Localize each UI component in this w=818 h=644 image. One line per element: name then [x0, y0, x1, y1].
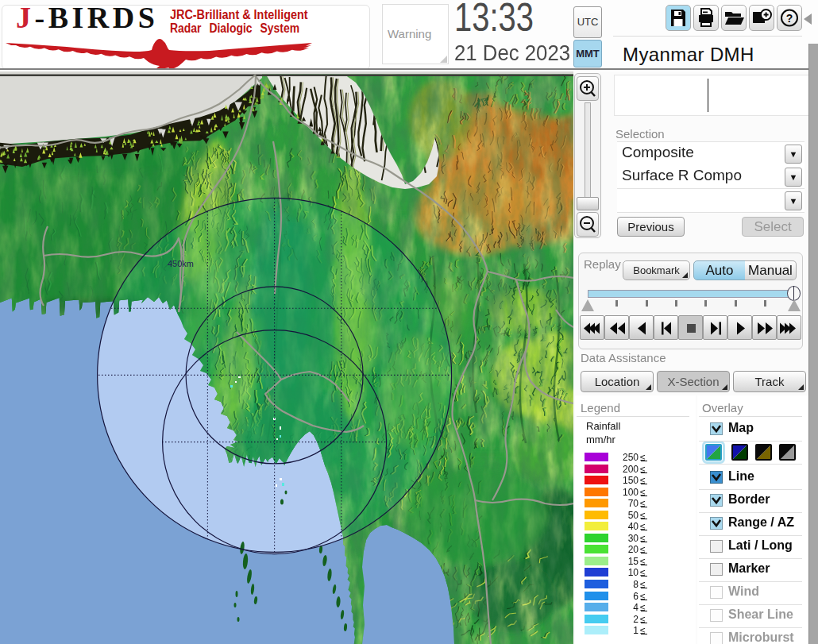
svg-text:?: ? — [786, 12, 793, 25]
svg-text:450km: 450km — [168, 259, 194, 268]
